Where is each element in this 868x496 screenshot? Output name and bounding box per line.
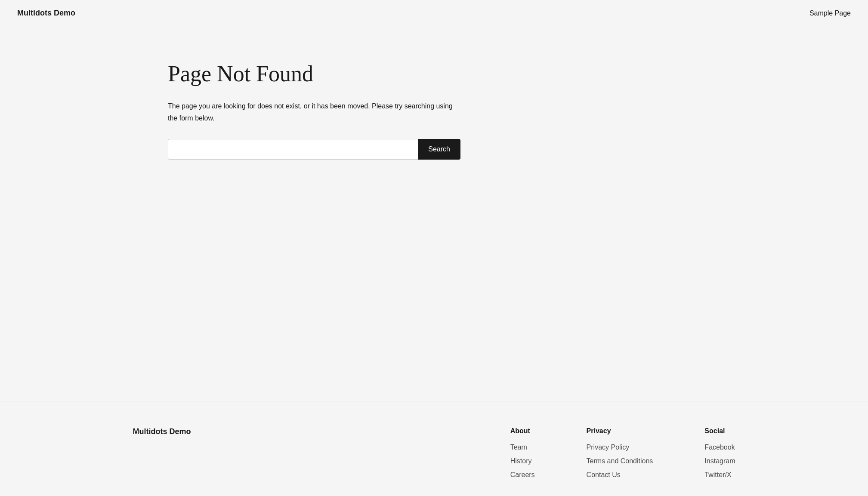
list-item: Careers	[510, 471, 535, 479]
site-header: Multidots Demo Sample Page	[0, 0, 868, 26]
footer-column-social: SocialFacebookInstagramTwitter/X	[704, 427, 735, 479]
search-input[interactable]	[168, 139, 418, 160]
list-item: Team	[510, 444, 535, 451]
page-not-found-title: Page Not Found	[168, 61, 851, 87]
footer-brand: Multidots Demo	[133, 427, 191, 436]
list-item: Terms and Conditions	[587, 457, 653, 465]
footer-column-title-social: Social	[704, 427, 735, 435]
page-not-found-description: The page you are looking for does not ex…	[168, 100, 456, 123]
footer-column-title-privacy: Privacy	[587, 427, 653, 435]
footer-link-facebook[interactable]: Facebook	[704, 444, 735, 451]
footer-link-team[interactable]: Team	[510, 444, 527, 451]
footer-columns: AboutTeamHistoryCareersPrivacyPrivacy Po…	[510, 427, 735, 479]
main-content: Page Not Found The page you are looking …	[0, 26, 868, 401]
list-item: Contact Us	[587, 471, 653, 479]
footer-link-contact-us[interactable]: Contact Us	[587, 471, 621, 478]
footer-column-about: AboutTeamHistoryCareers	[510, 427, 535, 479]
list-item: Instagram	[704, 457, 735, 465]
footer-link-history[interactable]: History	[510, 457, 532, 465]
footer-column-title-about: About	[510, 427, 535, 435]
footer-link-instagram[interactable]: Instagram	[704, 457, 735, 465]
list-item: Privacy Policy	[587, 444, 653, 451]
footer-inner: Multidots Demo AboutTeamHistoryCareersPr…	[133, 427, 735, 479]
sample-page-link[interactable]: Sample Page	[809, 9, 851, 17]
list-item: Twitter/X	[704, 471, 735, 479]
footer-link-privacy-policy[interactable]: Privacy Policy	[587, 444, 630, 451]
footer-link-careers[interactable]: Careers	[510, 471, 535, 478]
footer-link-twitter/x[interactable]: Twitter/X	[704, 471, 731, 478]
footer-column-privacy: PrivacyPrivacy PolicyTerms and Condition…	[587, 427, 653, 479]
site-title[interactable]: Multidots Demo	[17, 9, 75, 18]
site-footer: Multidots Demo AboutTeamHistoryCareersPr…	[0, 401, 868, 496]
footer-link-terms-and-conditions[interactable]: Terms and Conditions	[587, 457, 653, 465]
search-form: Search	[168, 139, 460, 160]
search-button[interactable]: Search	[418, 139, 460, 160]
list-item: Facebook	[704, 444, 735, 451]
list-item: History	[510, 457, 535, 465]
